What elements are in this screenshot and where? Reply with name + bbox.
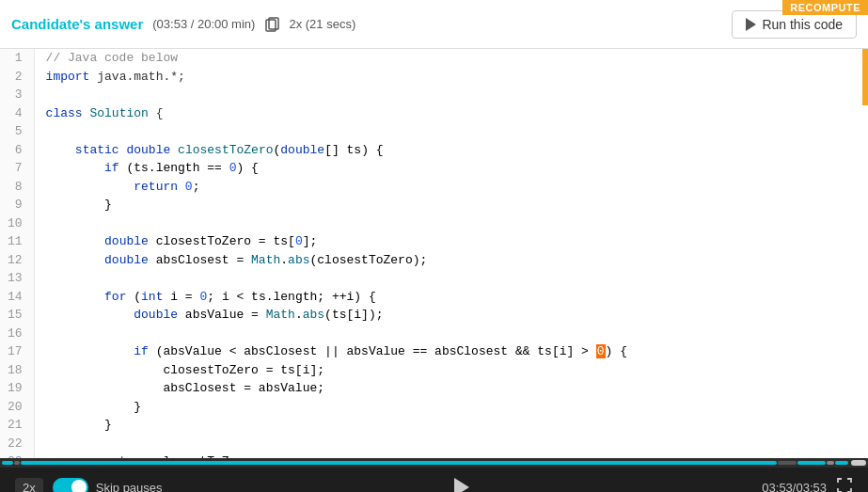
code-line: import java.math.*; — [34, 68, 868, 87]
code-line: static double closestToZero(double[] ts)… — [34, 141, 868, 160]
code-line: return 0; — [34, 178, 868, 197]
code-line: if (absValue < absClosest || absValue ==… — [34, 342, 868, 361]
candidate-answer-label: Candidate's answer — [11, 16, 143, 32]
timeline-segment-2 — [14, 461, 20, 465]
code-line: double closestToZero = ts[0]; — [34, 232, 868, 251]
code-line: // Java code below — [34, 49, 868, 68]
line-number: 17 — [0, 342, 34, 361]
table-row: 5 — [0, 122, 868, 141]
line-number: 12 — [0, 251, 34, 270]
run-button-label: Run this code — [762, 17, 843, 32]
speed-badge[interactable]: 2x — [15, 478, 43, 493]
code-table: 1 // Java code below 2 import java.math.… — [0, 49, 868, 458]
code-line — [34, 435, 868, 453]
line-number: 7 — [0, 159, 34, 178]
table-row: 3 — [0, 86, 868, 104]
code-line — [34, 269, 868, 288]
table-row: 21 } — [0, 416, 868, 435]
skip-pauses-label: Skip pauses — [96, 481, 163, 493]
copy-icon — [264, 16, 281, 33]
code-line — [34, 214, 868, 233]
code-line: } — [34, 398, 868, 417]
table-row: 4 class Solution { — [0, 104, 868, 123]
fullscreen-icon — [836, 477, 853, 493]
line-number: 3 — [0, 86, 34, 104]
timeline-segment-6 — [827, 461, 834, 465]
code-line: class Solution { — [34, 104, 868, 123]
line-number: 22 — [0, 435, 34, 453]
skip-pauses-toggle-container: Skip pauses — [53, 478, 163, 492]
line-number: 13 — [0, 269, 34, 288]
line-number: 21 — [0, 416, 34, 435]
line-number: 4 — [0, 104, 34, 123]
table-row: 16 — [0, 325, 868, 343]
bottom-left-controls: 2x Skip pauses — [15, 478, 163, 493]
line-number: 6 — [0, 141, 34, 160]
speed-label: 2x (21 secs) — [289, 17, 355, 31]
play-pause-button[interactable] — [447, 472, 477, 492]
line-number: 19 — [0, 379, 34, 398]
code-line: if (ts.length == 0) { — [34, 159, 868, 178]
timeline-segment-3 — [21, 461, 777, 465]
timer-label: (03:53 / 20:00 min) — [152, 17, 255, 31]
scroll-position-indicator — [862, 49, 868, 105]
table-row: 20 } — [0, 398, 868, 417]
time-display: 03:53/03:53 — [762, 481, 827, 493]
line-number: 2 — [0, 68, 34, 87]
table-row: 1 // Java code below — [0, 49, 868, 68]
fullscreen-button[interactable] — [836, 477, 853, 493]
table-row: 12 double absClosest = Math.abs(closestT… — [0, 251, 868, 270]
code-line: absClosest = absValue; — [34, 379, 868, 398]
line-number: 8 — [0, 178, 34, 197]
table-row: 15 double absValue = Math.abs(ts[i]); — [0, 306, 868, 325]
table-row: 14 for (int i = 0; i < ts.length; ++i) { — [0, 288, 868, 307]
table-row: 17 if (absValue < absClosest || absValue… — [0, 342, 868, 361]
scroll-marker — [862, 49, 868, 458]
play-icon — [454, 478, 469, 492]
timeline-segment-5 — [797, 461, 826, 465]
line-number: 15 — [0, 306, 34, 325]
table-row: 8 return 0; — [0, 178, 868, 197]
timeline-end-marker — [851, 460, 866, 466]
line-number: 20 — [0, 398, 34, 417]
code-line: double absValue = Math.abs(ts[i]); — [34, 306, 868, 325]
bottom-controls-bar: 2x Skip pauses 03:53/03:53 — [0, 468, 868, 492]
recompute-badge[interactable]: RECOMPUTE — [782, 0, 868, 15]
play-icon — [746, 18, 756, 31]
code-line — [34, 325, 868, 343]
line-number: 5 — [0, 122, 34, 141]
line-number: 11 — [0, 232, 34, 251]
code-line — [34, 122, 868, 141]
table-row: 9 } — [0, 196, 868, 214]
table-row: 18 closestToZero = ts[i]; — [0, 361, 868, 380]
timeline-segment-4 — [778, 461, 797, 465]
table-row: 19 absClosest = absValue; — [0, 379, 868, 398]
line-number: 16 — [0, 325, 34, 343]
timeline-segment-1 — [2, 461, 13, 465]
skip-pauses-toggle[interactable] — [53, 478, 88, 492]
table-row: 2 import java.math.*; — [0, 68, 868, 87]
line-number: 18 — [0, 361, 34, 380]
code-line: } — [34, 196, 868, 214]
table-row: 22 — [0, 435, 868, 453]
line-number: 1 — [0, 49, 34, 68]
toggle-knob — [71, 480, 87, 492]
table-row: 11 double closestToZero = ts[0]; — [0, 232, 868, 251]
table-row: 7 if (ts.length == 0) { — [0, 159, 868, 178]
code-line — [34, 86, 868, 104]
timeline-bar[interactable] — [0, 458, 868, 468]
line-number: 14 — [0, 288, 34, 307]
table-row: 10 — [0, 214, 868, 233]
table-row: 6 static double closestToZero(double[] t… — [0, 141, 868, 160]
line-number: 9 — [0, 196, 34, 214]
code-line: closestToZero = ts[i]; — [34, 361, 868, 380]
code-line: } — [34, 416, 868, 435]
playback-speed-label: 2x (21 secs) — [264, 16, 355, 33]
code-editor: 1 // Java code below 2 import java.math.… — [0, 49, 868, 458]
timeline-segment-7 — [835, 461, 848, 465]
table-row: 13 — [0, 269, 868, 288]
line-number: 10 — [0, 214, 34, 233]
code-line: double absClosest = Math.abs(closestToZe… — [34, 251, 868, 270]
code-line: for (int i = 0; i < ts.length; ++i) { — [34, 288, 868, 307]
